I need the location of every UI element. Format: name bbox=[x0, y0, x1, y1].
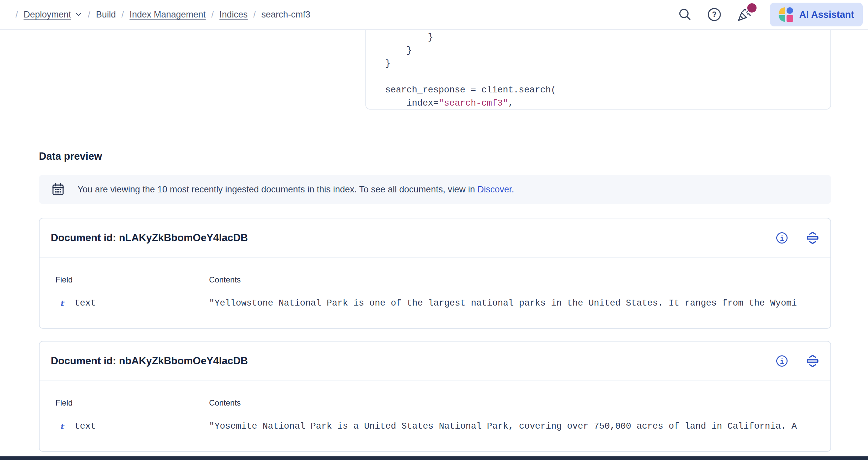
document-id-title: Document id: nLAKyZkBbomOeY4lacDB bbox=[51, 232, 248, 244]
help-icon: ? bbox=[707, 7, 721, 22]
code-line: search_response = client.search( bbox=[385, 84, 830, 97]
ai-assistant-label: AI Assistant bbox=[799, 9, 854, 20]
contents-column-header: Contents bbox=[209, 398, 241, 407]
document-expand-button[interactable] bbox=[805, 231, 820, 245]
document-actions bbox=[776, 354, 820, 368]
breadcrumb-item-deployment[interactable]: Deployment bbox=[24, 9, 71, 20]
breadcrumb: /Deployment/Build/Index Management/Indic… bbox=[10, 9, 310, 20]
ingested-docs-callout: You are viewing the 10 most recently ing… bbox=[39, 175, 831, 204]
callout-text: You are viewing the 10 most recently ing… bbox=[78, 184, 514, 195]
info-icon bbox=[776, 355, 788, 367]
field-contents: "Yosemite National Park is a United Stat… bbox=[209, 422, 829, 431]
text-field-type-icon: t bbox=[60, 299, 65, 309]
announcements-button[interactable] bbox=[737, 7, 752, 23]
code-line: index="search-cmf3", bbox=[385, 97, 830, 110]
expand-rows-icon bbox=[805, 354, 820, 368]
breadcrumb-separator: / bbox=[253, 9, 256, 20]
code-line: } bbox=[385, 57, 830, 70]
svg-text:?: ? bbox=[712, 10, 717, 19]
breadcrumb-item-index-management[interactable]: Index Management bbox=[130, 9, 206, 20]
ai-assistant-button[interactable]: AI Assistant bbox=[770, 3, 863, 26]
data-preview-title: Data preview bbox=[39, 150, 102, 162]
code-snippet-panel: } }}search_response = client.search( ind… bbox=[365, 30, 831, 110]
field-name: text bbox=[74, 298, 96, 308]
breadcrumb-item-build: Build bbox=[96, 9, 116, 20]
discover-link[interactable]: Discover. bbox=[477, 184, 514, 194]
calendar-icon bbox=[51, 182, 65, 197]
code-line: } bbox=[385, 31, 830, 44]
chevron-down-icon[interactable] bbox=[74, 10, 83, 19]
document-card: Document id: nLAKyZkBbomOeY4lacDB bbox=[39, 218, 831, 329]
document-info-button[interactable] bbox=[776, 232, 788, 244]
document-fields-table: Field Contents t text "Yellowstone Natio… bbox=[39, 258, 830, 329]
document-expand-button[interactable] bbox=[805, 354, 820, 368]
code-line: } bbox=[385, 44, 830, 57]
expand-rows-icon bbox=[805, 231, 820, 245]
field-column-header: Field bbox=[55, 398, 72, 407]
info-icon bbox=[776, 232, 788, 244]
breadcrumb-item-indices[interactable]: Indices bbox=[219, 9, 248, 20]
text-field-type-icon: t bbox=[60, 422, 65, 432]
document-id-title: Document id: nbAKyZkBbomOeY4lacDB bbox=[51, 355, 248, 367]
breadcrumb-separator: / bbox=[211, 9, 214, 20]
field-contents: "Yellowstone National Park is one of the… bbox=[209, 298, 829, 308]
breadcrumb-item-search-cmf3: search-cmf3 bbox=[261, 9, 310, 20]
app-root: { "breadcrumb": { "separator": "/", "ite… bbox=[0, 0, 868, 460]
field-column-header: Field bbox=[55, 275, 72, 284]
breadcrumb-separator: / bbox=[121, 9, 124, 20]
document-card: Document id: nbAKyZkBbomOeY4lacDB bbox=[39, 341, 831, 452]
breadcrumb-separator: / bbox=[16, 9, 18, 20]
ai-assistant-logo-icon bbox=[779, 7, 793, 22]
breadcrumb-separator: / bbox=[88, 9, 91, 20]
window-bottom-bar bbox=[0, 456, 868, 460]
document-actions bbox=[776, 231, 820, 245]
notification-badge bbox=[747, 3, 756, 12]
help-button[interactable]: ? bbox=[707, 7, 721, 22]
top-bar-actions: ? AI Assistant bbox=[671, 3, 863, 26]
contents-column-header: Contents bbox=[209, 275, 241, 284]
document-fields-table: Field Contents t text "Yosemite National… bbox=[39, 381, 830, 452]
top-bar: /Deployment/Build/Index Management/Indic… bbox=[0, 0, 868, 30]
code-line bbox=[385, 70, 830, 84]
section-divider bbox=[39, 131, 831, 131]
search-icon bbox=[678, 8, 692, 22]
search-button[interactable] bbox=[678, 8, 692, 22]
document-card-header: Document id: nLAKyZkBbomOeY4lacDB bbox=[39, 219, 830, 258]
document-card-header: Document id: nbAKyZkBbomOeY4lacDB bbox=[39, 342, 830, 381]
document-info-button[interactable] bbox=[776, 355, 788, 367]
field-name: text bbox=[74, 422, 96, 431]
